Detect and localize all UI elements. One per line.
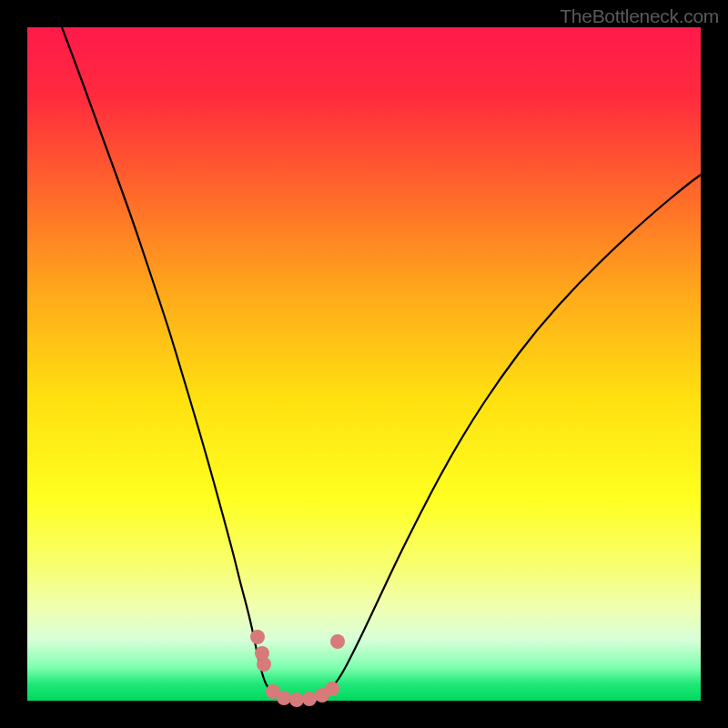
marker-point	[325, 682, 339, 696]
marker-point	[302, 692, 317, 706]
chart-container: TheBottleneck.com	[0, 0, 728, 728]
marker-point	[277, 691, 291, 705]
watermark-text: TheBottleneck.com	[560, 5, 719, 27]
marker-point	[330, 634, 345, 649]
marker-point	[250, 630, 265, 644]
plot-background	[27, 27, 701, 701]
marker-point	[257, 657, 271, 672]
marker-point	[289, 693, 304, 707]
bottleneck-chart	[0, 0, 728, 728]
